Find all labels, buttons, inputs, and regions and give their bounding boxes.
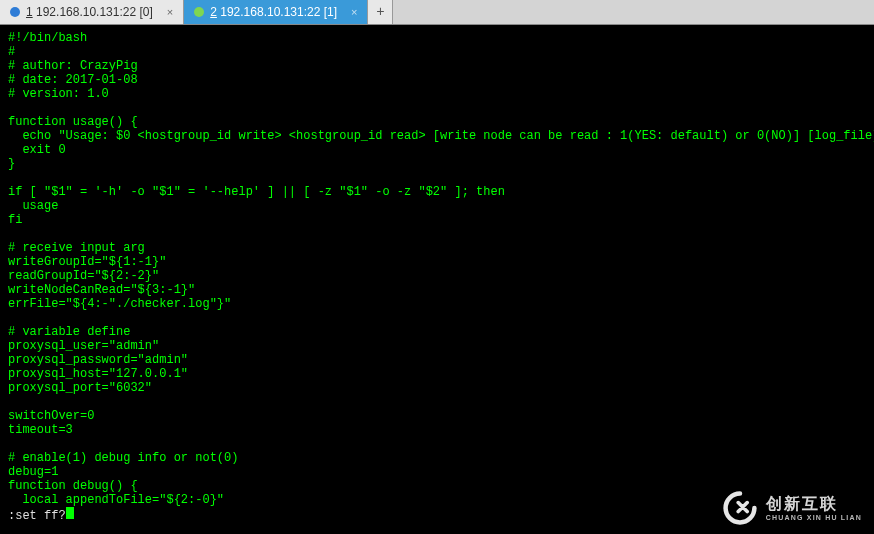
terminal-content: #!/bin/bash # # author: CrazyPig # date:… (8, 31, 866, 507)
close-icon[interactable]: × (351, 6, 357, 18)
close-icon[interactable]: × (167, 6, 173, 18)
vim-command-line: :set ff? (8, 509, 66, 523)
tab-bar: 1 192.168.10.131:22 [0] × 2 192.168.10.1… (0, 0, 874, 25)
tab-1[interactable]: 2 192.168.10.131:22 [1] × (184, 0, 368, 24)
tab-label: 1 192.168.10.131:22 [0] (26, 5, 153, 19)
tab-label: 2 192.168.10.131:22 [1] (210, 5, 337, 19)
new-tab-button[interactable]: + (368, 0, 393, 24)
terminal-viewport[interactable]: #!/bin/bash # # author: CrazyPig # date:… (0, 25, 874, 529)
cursor-icon (66, 507, 74, 519)
status-dot-icon (194, 7, 204, 17)
status-dot-icon (10, 7, 20, 17)
tab-0[interactable]: 1 192.168.10.131:22 [0] × (0, 0, 184, 24)
